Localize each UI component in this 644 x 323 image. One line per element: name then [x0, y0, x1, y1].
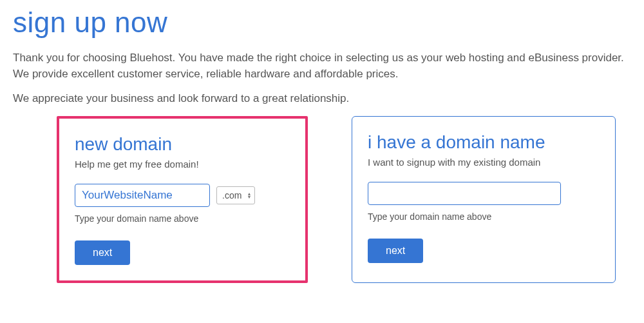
existing-domain-input-row	[368, 182, 600, 205]
tld-selected-label: .com	[222, 190, 242, 201]
existing-domain-card: i have a domain name I want to signup wi…	[352, 116, 616, 283]
page-title: sign up now	[13, 6, 631, 39]
new-domain-next-button[interactable]: next	[75, 240, 130, 265]
intro-paragraph-1: Thank you for choosing Bluehost. You hav…	[13, 50, 631, 82]
intro-paragraph-2: We appreciate your business and look for…	[13, 91, 631, 107]
existing-domain-subtitle: I want to signup with my existing domain	[368, 157, 600, 168]
new-domain-input[interactable]	[75, 184, 210, 207]
new-domain-card: new domain Help me get my free domain! .…	[57, 116, 308, 283]
existing-domain-title: i have a domain name	[368, 132, 600, 153]
tld-select[interactable]: .com ▲ ▼	[216, 186, 255, 204]
existing-domain-hint: Type your domain name above	[368, 211, 600, 222]
existing-domain-next-button[interactable]: next	[368, 239, 423, 263]
existing-domain-input[interactable]	[368, 182, 561, 205]
new-domain-hint: Type your domain name above	[75, 213, 290, 224]
new-domain-input-row: .com ▲ ▼	[75, 184, 290, 207]
domain-cards-row: new domain Help me get my free domain! .…	[13, 116, 631, 283]
new-domain-title: new domain	[75, 134, 290, 155]
select-arrows-icon: ▲ ▼	[247, 192, 251, 199]
new-domain-subtitle: Help me get my free domain!	[75, 159, 290, 170]
